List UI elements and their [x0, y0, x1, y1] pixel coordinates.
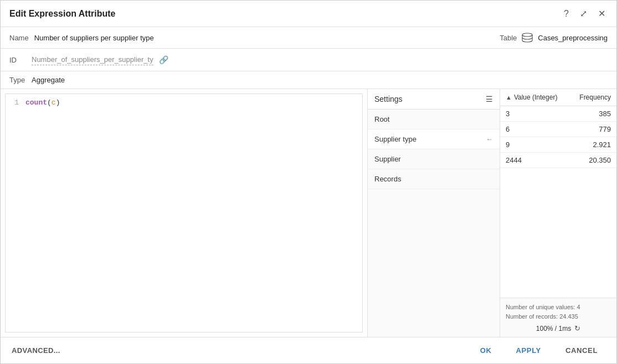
stat-records: Number of records: 24.435 — [506, 312, 611, 322]
cancel-button[interactable]: CANCEL — [556, 343, 608, 358]
row-value-2: 9 — [506, 141, 593, 149]
code-editor[interactable]: 1 count(c) — [5, 93, 363, 332]
data-progress: 100% / 1ms ↻ — [506, 324, 611, 332]
settings-item-root-label: Root — [374, 115, 389, 123]
name-value: Number of suppliers per supplier type — [34, 34, 154, 42]
row-value-1: 6 — [506, 125, 599, 133]
data-panel: ▲ Value (Integer) Frequency 3 385 6 779 … — [500, 89, 616, 337]
col-freq-header: Frequency — [579, 93, 611, 101]
advanced-button[interactable]: ADVANCED... — [9, 343, 63, 358]
name-row: Name Number of suppliers per supplier ty… — [1, 27, 616, 49]
settings-header: Settings ☰ — [368, 89, 500, 110]
refresh-icon[interactable]: ↻ — [574, 324, 580, 332]
code-open-paren: ( — [47, 98, 52, 107]
type-value: Aggregate — [32, 76, 65, 84]
footer-left: ADVANCED... — [9, 343, 63, 358]
help-button[interactable]: ? — [562, 8, 571, 20]
apply-button[interactable]: APPLY — [506, 343, 551, 358]
id-label: ID — [9, 56, 26, 64]
database-icon — [521, 33, 533, 43]
settings-menu-icon[interactable]: ☰ — [486, 95, 493, 103]
close-button[interactable]: ✕ — [596, 7, 608, 20]
code-close-paren: ) — [56, 98, 60, 107]
stat-unique: Number of unique values: 4 — [506, 303, 611, 313]
table-label: Table — [500, 34, 517, 42]
settings-title: Settings — [374, 95, 403, 103]
table-icon-wrap — [521, 33, 533, 43]
type-row: Type Aggregate — [1, 71, 616, 89]
data-header: ▲ Value (Integer) Frequency — [500, 89, 616, 106]
settings-item-root[interactable]: Root — [368, 110, 500, 129]
sort-icon: ▲ — [506, 94, 512, 101]
name-field-group: Name Number of suppliers per supplier ty… — [9, 34, 154, 42]
id-row: ID 🔗 — [1, 49, 616, 71]
table-row: 9 2.921 — [500, 137, 616, 153]
table-row: 3 385 — [500, 106, 616, 122]
settings-item-records-label: Records — [374, 175, 401, 183]
settings-item-supplier-type-label: Supplier type — [374, 135, 417, 143]
dialog-header: Edit Expression Attribute ? ⤢ ✕ — [1, 1, 616, 27]
settings-item-records[interactable]: Records — [368, 169, 500, 189]
link-icon: 🔗 — [159, 55, 168, 64]
table-row: 2444 20.350 — [500, 153, 616, 168]
code-function: count — [25, 98, 47, 107]
row-value-3: 2444 — [506, 156, 589, 164]
main-content: 1 count(c) Settings ☰ Root Supplier type… — [1, 89, 616, 337]
code-line-1: 1 count(c) — [10, 98, 358, 107]
edit-expression-dialog: Edit Expression Attribute ? ⤢ ✕ Name Num… — [0, 0, 617, 364]
settings-item-supplier-label: Supplier — [374, 155, 401, 163]
id-field-group: ID 🔗 — [9, 54, 168, 65]
row-freq-3: 20.350 — [589, 156, 611, 164]
data-footer: Number of unique values: 4 Number of rec… — [500, 298, 616, 337]
row-value-0: 3 — [506, 110, 599, 118]
footer-right: OK APPLY CANCEL — [470, 343, 608, 358]
dialog-title: Edit Expression Attribute — [9, 9, 115, 19]
expand-button[interactable]: ⤢ — [578, 7, 589, 20]
settings-item-supplier[interactable]: Supplier — [368, 149, 500, 169]
id-input[interactable] — [32, 54, 153, 65]
name-label: Name — [9, 34, 29, 42]
data-rows: 3 385 6 779 9 2.921 2444 20.350 — [500, 106, 616, 298]
table-field-group: Table Cases_preprocessing — [500, 33, 608, 43]
row-freq-0: 385 — [599, 110, 611, 118]
code-content: count(c) — [25, 98, 60, 107]
ok-button[interactable]: OK — [470, 343, 502, 358]
row-freq-2: 2.921 — [593, 141, 611, 149]
row-freq-1: 779 — [599, 125, 611, 133]
code-argument: c — [52, 98, 56, 107]
col-value-header: Value (Integer) — [514, 93, 577, 101]
table-value: Cases_preprocessing — [538, 34, 608, 42]
svg-point-0 — [522, 33, 532, 37]
header-actions: ? ⤢ ✕ — [562, 7, 608, 20]
progress-text: 100% / 1ms — [536, 325, 571, 332]
dialog-footer: ADVANCED... OK APPLY CANCEL — [1, 337, 616, 363]
table-row: 6 779 — [500, 122, 616, 137]
settings-item-supplier-type-arrow: ← — [486, 135, 493, 143]
settings-panel: Settings ☰ Root Supplier type ← Supplier… — [367, 89, 500, 337]
line-number: 1 — [10, 98, 19, 107]
settings-item-supplier-type[interactable]: Supplier type ← — [368, 129, 500, 149]
type-label: Type — [9, 76, 26, 84]
